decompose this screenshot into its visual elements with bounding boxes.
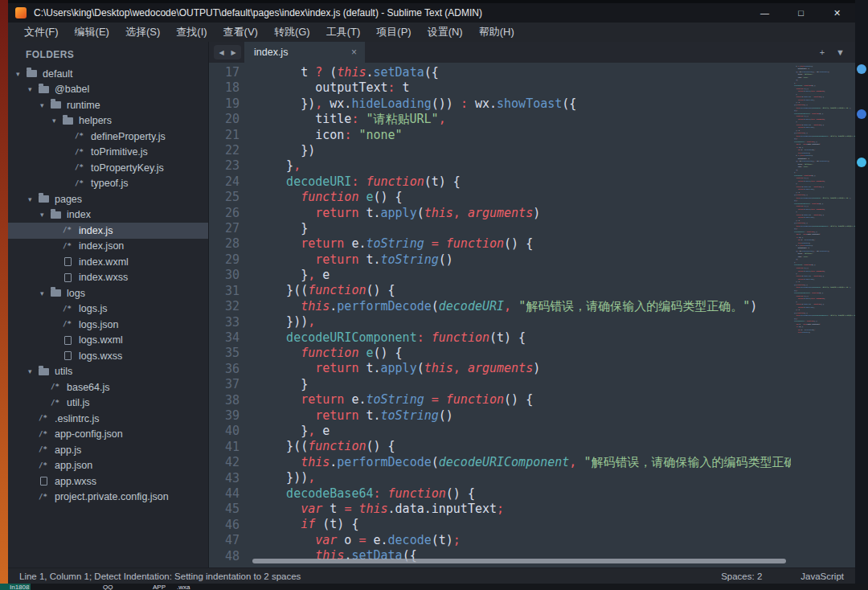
- file-icon: [40, 477, 47, 486]
- edge-app-icon-1[interactable]: [857, 64, 866, 74]
- sidebar-item-logs-json[interactable]: /*logs.json: [8, 317, 208, 333]
- titlebar[interactable]: C:\Users\king\Desktop\wedocode\OUTPUT\de…: [8, 3, 855, 23]
- file-label: utils: [55, 366, 72, 377]
- sidebar-item-logs-wxml[interactable]: logs.wxml: [8, 333, 208, 349]
- sidebar-item-index-wxss[interactable]: index.wxss: [8, 270, 208, 286]
- menu-item-9[interactable]: 设置(N): [420, 25, 471, 39]
- code-line-24[interactable]: decodeURI: function(t) {: [257, 174, 791, 190]
- sidebar-item-helpers[interactable]: ▾helpers: [8, 113, 208, 129]
- sidebar-item-topropertykey-js[interactable]: /*toPropertyKey.js: [8, 160, 208, 176]
- code-line-19[interactable]: }), wx.hideLoading()) : wx.showToast({: [257, 96, 791, 112]
- caret-down-icon: ▾: [28, 195, 39, 203]
- code-line-40[interactable]: }, e: [257, 424, 791, 439]
- menu-item-3[interactable]: 选择(S): [117, 25, 168, 39]
- code-line-36[interactable]: return t.apply(this, arguments): [257, 361, 791, 376]
- menu-item-1[interactable]: 文件(F): [16, 25, 67, 39]
- new-tab-button[interactable]: +: [814, 47, 830, 57]
- sidebar-item-project-private-config-json[interactable]: /*project.private.config.json: [8, 490, 208, 506]
- sidebar-item-app-json[interactable]: /*app.json: [8, 458, 208, 474]
- minimap[interactable]: t ? (this.setData({ outputText: t }), wx…: [791, 63, 855, 567]
- sidebar-item-pages[interactable]: ▾pages: [8, 191, 208, 207]
- code-line-38[interactable]: return e.toString = function() {: [257, 392, 791, 408]
- sidebar-item-logs[interactable]: ▾logs: [8, 285, 208, 301]
- sidebar-item-babel[interactable]: ▾@babel: [8, 82, 208, 98]
- sidebar-item-logs-js[interactable]: /*logs.js: [8, 301, 208, 318]
- tab-close-icon[interactable]: ×: [351, 47, 357, 58]
- menu-item-6[interactable]: 转跳(G): [266, 25, 318, 39]
- maximize-button[interactable]: □: [783, 3, 819, 23]
- sidebar-item-runtime[interactable]: ▾runtime: [8, 97, 208, 113]
- code-line-46[interactable]: if (t) {: [257, 517, 791, 532]
- code-line-32[interactable]: this.performDecode(decodeURI, "解码错误，请确保输…: [257, 299, 791, 314]
- code-line-45[interactable]: var t = this.data.inputText;: [257, 502, 791, 517]
- code-lines[interactable]: t ? (this.setData({ outputText: t }), wx…: [249, 63, 791, 567]
- code-line-20[interactable]: title: "请粘贴URL",: [257, 112, 791, 127]
- js-file-icon: /*: [63, 227, 75, 234]
- code-line-28[interactable]: return e.toString = function() {: [257, 236, 791, 252]
- code-line-34[interactable]: decodeURIComponent: function(t) {: [257, 330, 791, 346]
- sidebar-item-toprimitive-js[interactable]: /*toPrimitive.js: [8, 145, 208, 161]
- code-line-17[interactable]: t ? (this.setData({: [257, 65, 791, 80]
- code-line-25[interactable]: function e() {: [257, 190, 791, 205]
- folder-icon: [39, 86, 49, 93]
- menu-item-4[interactable]: 查找(I): [168, 25, 215, 39]
- file-icon: [64, 336, 72, 345]
- edge-app-icon-3[interactable]: [857, 158, 866, 167]
- tab-back-button[interactable]: ◀: [215, 49, 227, 56]
- sidebar-item-default[interactable]: ▾default: [8, 66, 208, 82]
- editor[interactable]: 1718192021222324252627282930313233343536…: [209, 63, 855, 567]
- menu-item-7[interactable]: 工具(T): [318, 25, 369, 39]
- horizontal-scrollbar[interactable]: [252, 559, 786, 563]
- js-file-icon: /*: [63, 243, 75, 250]
- code-line-43[interactable]: })),: [257, 470, 791, 486]
- line-number: 20: [209, 112, 240, 127]
- code-line-21[interactable]: icon: "none": [257, 128, 791, 143]
- folder-icon: [51, 101, 61, 109]
- code-line-22[interactable]: }): [257, 143, 791, 158]
- code-line-30[interactable]: }, e: [257, 268, 791, 283]
- sidebar-item-index-wxml[interactable]: index.wxml: [8, 254, 208, 270]
- code-line-27[interactable]: }: [257, 221, 791, 236]
- code-line-41[interactable]: }((function() {: [257, 439, 791, 454]
- sidebar-item-utils[interactable]: ▾utils: [8, 364, 208, 380]
- sidebar-item-util-js[interactable]: /*util.js: [8, 395, 208, 412]
- sidebar-item-logs-wxss[interactable]: logs.wxss: [8, 348, 208, 364]
- code-line-23[interactable]: },: [257, 158, 791, 174]
- code-line-18[interactable]: outputText: t: [257, 80, 791, 96]
- minimize-button[interactable]: —: [747, 3, 783, 23]
- menu-item-2[interactable]: 编辑(E): [67, 25, 117, 39]
- code-line-35[interactable]: function e() {: [257, 346, 791, 361]
- code-line-31[interactable]: }((function() {: [257, 283, 791, 298]
- indentation-setting[interactable]: Spaces: 2: [721, 572, 762, 581]
- code-line-44[interactable]: decodeBase64: function() {: [257, 486, 791, 502]
- line-number: 48: [209, 549, 240, 564]
- sidebar-item-index-json[interactable]: /*index.json: [8, 239, 208, 255]
- code-line-39[interactable]: return t.toString(): [257, 408, 791, 424]
- sidebar-item-defineproperty-js[interactable]: /*defineProperty.js: [8, 129, 208, 145]
- sidebar-item-eslintrc-js[interactable]: /*.eslintrc.js: [8, 411, 208, 427]
- sidebar-item-typeof-js[interactable]: /*typeof.js: [8, 176, 208, 192]
- code-line-33[interactable]: })),: [257, 314, 791, 330]
- sidebar-item-index-js[interactable]: /*index.js: [8, 223, 208, 239]
- sidebar-item-app-config-json[interactable]: /*app-config.json: [8, 427, 208, 443]
- edge-app-icon-2[interactable]: [857, 109, 866, 119]
- close-button[interactable]: ✕: [819, 3, 855, 23]
- tab-index-js[interactable]: index.js ×: [244, 42, 365, 63]
- menu-item-8[interactable]: 项目(P): [368, 25, 419, 39]
- taskbar-fragment: QQ: [103, 584, 113, 590]
- tab-list-button[interactable]: ▼: [830, 47, 850, 57]
- menu-item-10[interactable]: 帮助(H): [471, 25, 522, 39]
- code-line-42[interactable]: this.performDecode(decodeURIComponent, "…: [257, 455, 791, 470]
- tab-forward-button[interactable]: ▶: [227, 49, 240, 56]
- sidebar-item-index[interactable]: ▾index: [8, 207, 208, 223]
- code-line-26[interactable]: return t.apply(this, arguments): [257, 206, 791, 221]
- sidebar-item-base64-js[interactable]: /*base64.js: [8, 379, 208, 395]
- code-line-37[interactable]: }: [257, 377, 791, 392]
- syntax-selector[interactable]: JavaScript: [800, 572, 844, 581]
- sidebar-item-app-wxss[interactable]: app.wxss: [8, 473, 208, 490]
- code-line-29[interactable]: return t.toString(): [257, 252, 791, 268]
- menu-item-5[interactable]: 查看(V): [215, 25, 266, 39]
- line-number: 35: [209, 346, 240, 361]
- code-line-47[interactable]: var o = e.decode(t);: [257, 533, 791, 548]
- sidebar-item-app-js[interactable]: /*app.js: [8, 442, 208, 458]
